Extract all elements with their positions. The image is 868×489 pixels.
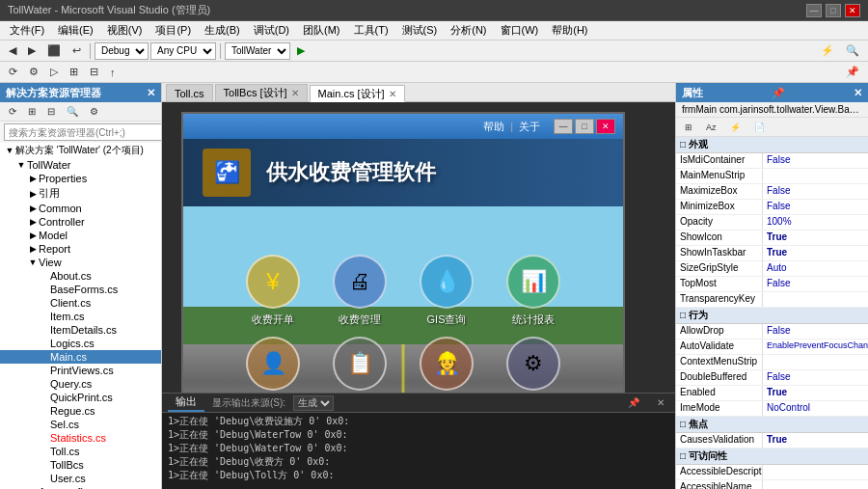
tree-item-tollbcs[interactable]: TollBcs [0,458,161,472]
tb2-btn4[interactable]: ⊞ [65,64,83,80]
icon-shoufeikaodan[interactable]: ¥ 收费开单 [239,255,307,327]
tree-item-tollcs[interactable]: Toll.cs [0,445,161,458]
prop-row-transparencykey[interactable]: TransparencyKey [676,292,868,308]
output-source-select[interactable]: 生成 [293,395,334,411]
menu-build[interactable]: 生成(B) [199,22,246,39]
close-tab-icon[interactable]: ✕ [291,88,299,98]
prop-row-accessname[interactable]: AccessibleName [676,480,868,489]
icon-client[interactable]: 👤 客户一揽 [239,337,307,393]
tb2-extra1[interactable]: 📌 [841,64,864,80]
tree-item-properties[interactable]: ▶ Properties [0,172,161,185]
tree-item-about[interactable]: About.cs [0,269,161,283]
tb2-btn1[interactable]: ⟳ [4,64,22,80]
icon-meter-entry[interactable]: 👷 抄表录入 [413,337,480,393]
menu-team[interactable]: 团队(M) [297,22,346,39]
prop-row-contextmenu[interactable]: ContextMenuStrip [676,355,868,370]
menu-file[interactable]: 文件(F) [4,22,50,39]
prop-row-doublebuffered[interactable]: DoubleBuffered False [676,370,868,386]
run-button[interactable]: ▶ [292,42,310,59]
prop-row-accessdesc[interactable]: AccessibleDescription [676,465,868,480]
menu-edit[interactable]: 编辑(E) [52,22,99,39]
design-canvas[interactable]: 帮助 | 关于 — □ ✕ 🚰 供水收费管理软件 [162,102,675,393]
toolbar-forward[interactable]: ▶ [23,42,41,59]
form-minimize-button[interactable]: — [554,119,573,134]
output-panel-pin[interactable]: 📌 [623,395,644,410]
tree-item-quickprint[interactable]: QuickPrint.cs [0,391,161,404]
prop-row-sizegripstyle[interactable]: SizeGripStyle Auto [676,261,868,277]
minimize-button[interactable]: — [806,4,822,17]
solution-tb-btn4[interactable]: 🔍 [62,104,83,119]
form-maximize-button[interactable]: □ [575,119,594,134]
toolbar-refresh[interactable]: ↩ [68,42,86,59]
menu-help[interactable]: 帮助(H) [546,22,593,39]
tree-item-common[interactable]: ▶ Common [0,202,161,215]
project-select[interactable]: TollWater [225,42,290,60]
solution-tb-btn1[interactable]: ⟳ [4,104,21,119]
tab-maincs-design[interactable]: Main.cs [设计] ✕ [310,85,405,102]
tb2-btn5[interactable]: ⊟ [85,64,103,80]
toolbar-extra2[interactable]: 🔍 [841,42,864,59]
tree-item-sel[interactable]: Sel.cs [0,418,161,431]
tree-item-view[interactable]: ▼ View [0,256,161,269]
prop-row-topmost[interactable]: TopMost False [676,277,868,292]
prop-row-minimizebox[interactable]: MinimizeBox False [676,200,868,215]
prop-events-view[interactable]: ⚡ [725,121,746,134]
menu-view[interactable]: 视图(V) [101,22,149,39]
menu-window[interactable]: 窗口(W) [495,22,545,39]
output-panel-close[interactable]: ✕ [652,395,669,410]
tree-item-controller[interactable]: ▶ Controller [0,215,161,229]
prop-row-mainmenu[interactable]: MainMenuStrip [676,169,868,184]
toolbar-back[interactable]: ◀ [4,42,21,59]
tb2-btn6[interactable]: ↑ [105,65,121,80]
tree-item-client[interactable]: Client.cs [0,296,161,310]
close-panel-icon[interactable]: ✕ [147,87,155,99]
icon-gis-query[interactable]: 💧 GIS查询 [413,255,480,327]
form-close-button[interactable]: ✕ [596,119,615,134]
tab-tollbcs[interactable]: TollBcs [设计] ✕ [215,84,308,101]
close-tab-icon[interactable]: ✕ [389,89,396,99]
menu-analyze[interactable]: 分析(N) [445,22,492,39]
tree-item-regue[interactable]: Regue.cs [0,404,161,418]
menu-debug[interactable]: 调试(D) [248,22,295,39]
tab-tollcs[interactable]: Toll.cs [166,84,213,101]
tree-item-logics[interactable]: Logics.cs [0,337,161,350]
tree-item-baseforms[interactable]: BaseForms.cs [0,283,161,296]
toolbar-stop[interactable]: ⬛ [42,42,66,59]
prop-alpha-view[interactable]: Az [701,121,721,134]
form-help-label[interactable]: 帮助 [483,120,504,134]
tree-item-printviews[interactable]: PrintViews.cs [0,364,161,377]
solution-search-input[interactable] [4,123,162,141]
tree-item-item[interactable]: Item.cs [0,310,161,323]
tb2-btn3[interactable]: ▷ [45,64,63,80]
tree-item-user[interactable]: User.cs [0,472,161,485]
menu-test[interactable]: 测试(S) [396,22,444,39]
solution-tb-btn3[interactable]: ⊟ [42,104,60,119]
prop-row-allowdrop[interactable]: AllowDrop False [676,324,868,340]
icon-statistics[interactable]: 📊 统计报表 [500,255,567,327]
tb2-btn2[interactable]: ⚙ [24,64,43,80]
prop-row-maximizebox[interactable]: MaximizeBox False [676,184,868,200]
menu-tools[interactable]: 工具(T) [348,22,394,39]
properties-pin-icon[interactable]: 📌 [772,87,785,99]
properties-close-icon[interactable]: ✕ [854,87,862,99]
tree-project-tollwater[interactable]: ▼ TollWater [0,158,161,172]
tree-item-appconfig[interactable]: App.config [0,485,161,489]
prop-row-ismdicontainer[interactable]: IsMdiContainer False [676,153,868,169]
debug-mode-select[interactable]: Debug [95,42,149,60]
prop-row-showintaskbar[interactable]: ShowInTaskbar True [676,246,868,261]
tree-item-model[interactable]: ▶ Model [0,229,161,242]
prop-category-view[interactable]: ⊞ [680,121,697,134]
icon-fee-query[interactable]: ⚙ 收费查询 [500,337,567,393]
tree-item-references[interactable]: ▶ 引用 [0,185,161,202]
output-tab[interactable]: 输出 [168,394,204,412]
tree-solution-root[interactable]: ▼ 解决方案 'TollWater' (2个项目) [0,143,161,158]
toolbar-extra1[interactable]: ⚡ [816,42,839,59]
icon-settings[interactable]: 📋 收费设置 [326,337,393,393]
tree-item-report[interactable]: ▶ Report [0,242,161,256]
prop-row-opacity[interactable]: Opacity 100% [676,215,868,231]
close-button[interactable]: ✕ [845,4,860,17]
icon-shoufei-mgmt[interactable]: 🖨 收费管理 [326,255,393,327]
form-about-label[interactable]: 关于 [519,120,540,134]
prop-pages-view[interactable]: 📄 [749,121,770,134]
prop-row-showicon[interactable]: ShowIcon True [676,231,868,246]
